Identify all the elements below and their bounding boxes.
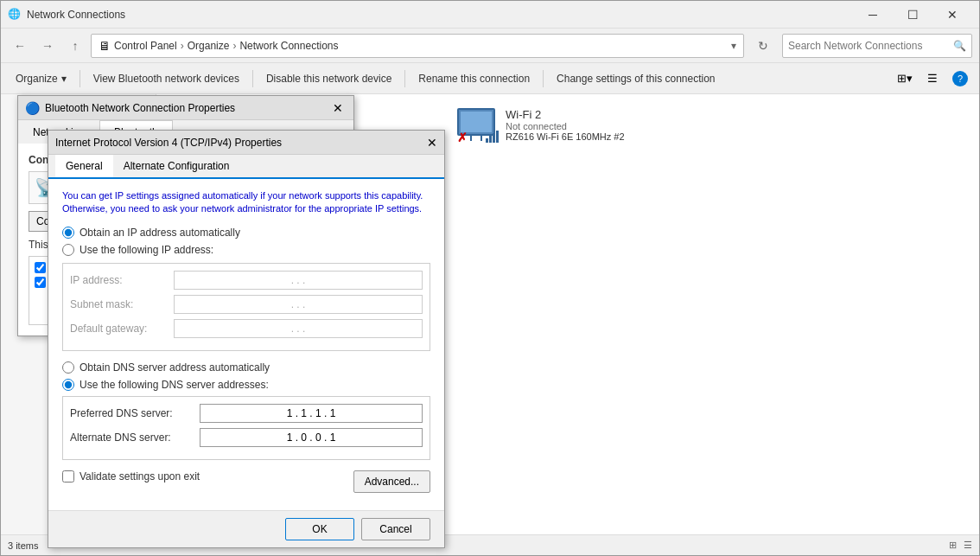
validate-row: Validate settings upon exit [62, 470, 200, 483]
change-settings-button[interactable]: Change settings of this connection [549, 67, 722, 91]
auto-dns-label: Obtain DNS server address automatically [80, 361, 270, 374]
wifi2-status: Not connected [506, 121, 625, 131]
toolbar-separator-1 [80, 70, 80, 87]
error-badge: ✗ [457, 131, 468, 144]
validate-checkbox[interactable] [62, 470, 74, 483]
manual-dns-row: Use the following DNS server addresses: [62, 379, 430, 391]
ipv4-tab-alternate[interactable]: Alternate Configuration [113, 155, 240, 179]
status-bar-icons: ⊞ ☰ [949, 540, 972, 551]
manual-dns-label: Use the following DNS server addresses: [80, 379, 269, 391]
ipv4-tab-general[interactable]: General [55, 155, 113, 179]
manual-dns-radio[interactable] [62, 379, 74, 391]
subnet-mask-row: Subnet mask: [70, 295, 423, 314]
ipv4-title-bar: Internet Protocol Version 4 (TCP/IPv4) P… [48, 131, 444, 155]
manual-ip-row: Use the following IP address: [62, 244, 430, 256]
subnet-mask-label: Subnet mask: [70, 298, 174, 310]
wifi2-name: Wi-Fi 2 [506, 108, 625, 121]
path-segment-3: Network Connections [239, 40, 338, 52]
ip-address-label: IP address: [70, 274, 174, 286]
toolbar-separator-2 [252, 70, 253, 87]
window-icon: 🌐 [8, 8, 22, 22]
dns-section: Obtain DNS server address automatically … [62, 361, 430, 391]
bluetooth-dialog-title-bar: 🔵 Bluetooth Network Connection Propertie… [18, 96, 353, 120]
organize-label: Organize [16, 73, 58, 85]
path-segment-2: Organize [188, 40, 230, 52]
view-bluetooth-button[interactable]: View Bluetooth network devices [86, 67, 247, 91]
view-grid-icon: ⊞ [897, 72, 907, 85]
path-sep-2: › [232, 40, 236, 52]
toolbar-right: ⊞ ▾ ☰ ? [893, 67, 972, 91]
ip-address-row: IP address: [70, 271, 423, 290]
address-path[interactable]: 🖥 Control Panel › Organize › Network Con… [91, 34, 744, 58]
up-button[interactable]: ↑ [63, 34, 87, 58]
auto-ip-radio[interactable] [62, 227, 74, 239]
maximize-button[interactable]: ☐ [893, 1, 932, 29]
search-box[interactable]: 🔍 [782, 34, 972, 58]
preferred-dns-row: Preferred DNS server: [70, 404, 423, 423]
path-segment-1: Control Panel [114, 40, 177, 52]
search-input[interactable] [788, 40, 953, 52]
organize-button[interactable]: Organize ▾ [8, 67, 74, 91]
alternate-dns-row: Alternate DNS server: [70, 428, 423, 447]
wifi2-icon-wrap: ✗ [457, 108, 499, 143]
ok-button[interactable]: OK [285, 518, 354, 540]
path-sep-1: › [181, 40, 184, 52]
ipv4-dialog-buttons: OK Cancel [48, 510, 444, 547]
view-bluetooth-label: View Bluetooth network devices [93, 73, 239, 85]
bluetooth-dialog-icon: 🔵 [25, 101, 40, 115]
toolbar-separator-3 [404, 70, 405, 87]
path-icon: 🖥 [99, 39, 111, 53]
disable-button[interactable]: Disable this network device [258, 67, 399, 91]
item-checkbox-1[interactable] [35, 262, 46, 273]
subnet-mask-input[interactable] [174, 295, 423, 314]
minimize-button[interactable]: ─ [853, 1, 893, 29]
view-icon-button-1[interactable]: ⊞ ▾ [893, 67, 917, 91]
list-view-icon[interactable]: ☰ [964, 540, 972, 551]
ipv4-close-button[interactable]: ✕ [427, 136, 437, 150]
ipv4-title: Internet Protocol Version 4 (TCP/IPv4) P… [55, 137, 427, 149]
close-button[interactable]: ✕ [932, 1, 972, 29]
back-button[interactable]: ← [8, 34, 32, 58]
ipv4-tabs: General Alternate Configuration [48, 155, 444, 179]
ipv4-dialog: Internet Protocol Version 4 (TCP/IPv4) P… [48, 130, 445, 548]
view-icon-button-2[interactable]: ☰ [920, 67, 945, 91]
help-icon: ? [952, 71, 968, 86]
manual-ip-radio[interactable] [62, 244, 74, 256]
auto-ip-label: Obtain an IP address automatically [80, 227, 240, 239]
default-gateway-row: Default gateway: [70, 319, 423, 338]
alternate-dns-input[interactable] [200, 428, 423, 447]
preferred-dns-input[interactable] [200, 404, 423, 423]
default-gateway-label: Default gateway: [70, 323, 174, 335]
bluetooth-dialog-close-button[interactable]: ✕ [329, 99, 347, 117]
wifi2-info: Wi-Fi 2 Not connected RZ616 Wi-Fi 6E 160… [506, 108, 625, 142]
refresh-button[interactable]: ↻ [751, 34, 775, 58]
ipv4-content: You can get IP settings assigned automat… [48, 179, 444, 510]
auto-ip-row: Obtain an IP address automatically [62, 227, 430, 239]
forward-button[interactable]: → [35, 34, 60, 58]
preferred-dns-label: Preferred DNS server: [70, 407, 200, 419]
wifi2-desc: RZ616 Wi-Fi 6E 160MHz #2 [506, 131, 625, 142]
address-bar: ← → ↑ 🖥 Control Panel › Organize › Netwo… [1, 29, 979, 63]
title-bar-controls: ─ ☐ ✕ [853, 1, 972, 29]
help-button[interactable]: ? [948, 67, 972, 91]
view-dropdown-icon: ▾ [907, 72, 913, 85]
items-count: 3 items [8, 540, 38, 551]
ip-address-input[interactable] [174, 271, 423, 290]
view-list-icon: ☰ [927, 72, 938, 85]
rename-button[interactable]: Rename this connection [410, 67, 538, 91]
disable-label: Disable this network device [266, 73, 391, 85]
dns-fields-box: Preferred DNS server: Alternate DNS serv… [62, 396, 430, 460]
validate-label: Validate settings upon exit [80, 470, 200, 483]
ipv4-info-text: You can get IP settings assigned automat… [62, 189, 430, 216]
path-dropdown[interactable]: ▾ [731, 40, 736, 52]
ip-fields-box: IP address: Subnet mask: Default gateway… [62, 263, 430, 351]
default-gateway-input[interactable] [174, 319, 423, 338]
toolbar: Organize ▾ View Bluetooth network device… [1, 63, 979, 94]
cancel-button[interactable]: Cancel [361, 518, 430, 540]
grid-view-icon[interactable]: ⊞ [949, 540, 957, 551]
auto-dns-row: Obtain DNS server address automatically [62, 361, 430, 374]
item-checkbox-2[interactable] [35, 277, 46, 288]
advanced-button[interactable]: Advanced... [353, 470, 430, 493]
change-settings-label: Change settings of this connection [557, 73, 715, 85]
auto-dns-radio[interactable] [62, 361, 74, 374]
